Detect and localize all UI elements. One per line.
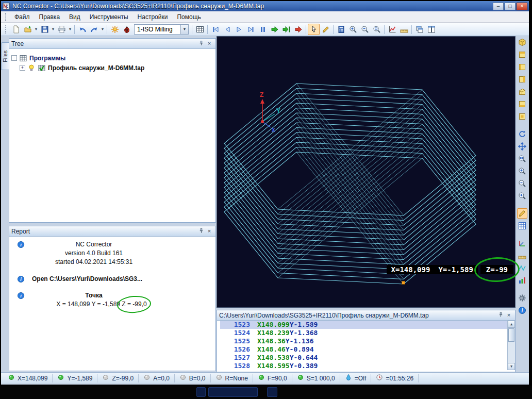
code-line[interactable]: 1525X148.36Y-1.136 — [220, 337, 515, 345]
gcode-y-word: Y-0.894 — [286, 345, 314, 354]
code-panel-path: C:\Users\Yuri\Downloads\SG3525+IR2110\Пр… — [219, 312, 429, 319]
svg-text:X: X — [272, 127, 275, 133]
code-panel: C:\Users\Yuri\Downloads\SG3525+IR2110\Пр… — [217, 310, 516, 372]
files-tab[interactable]: Files — [1, 42, 9, 70]
dropdown-caret-icon[interactable]: ▼ — [51, 24, 56, 35]
dropdown-caret-icon[interactable]: ▼ — [100, 24, 105, 35]
menu-help[interactable]: Помощь — [172, 12, 205, 22]
preset-dropdown[interactable]: 1-ISO Milling▼ — [134, 24, 189, 35]
settings-icon[interactable] — [517, 293, 527, 303]
maximize-button[interactable]: □ — [505, 3, 516, 10]
code-line[interactable]: 1528X148.595Y-0.389 — [220, 362, 515, 370]
bulb-icon — [27, 64, 36, 72]
view-top-icon[interactable] — [517, 49, 527, 60]
window-tile-icon[interactable] — [425, 24, 437, 35]
expand-toggle-icon[interactable]: + — [20, 65, 25, 71]
stop-icon[interactable] — [292, 24, 304, 35]
minimize-button[interactable]: – — [493, 3, 504, 10]
menu-edit[interactable]: Правка — [35, 12, 65, 22]
code-scrollbar[interactable]: ▲ ▼ — [507, 321, 515, 370]
info-icon[interactable]: i — [517, 305, 527, 315]
taskbar-item[interactable] — [267, 387, 277, 397]
chart-icon[interactable] — [386, 24, 398, 35]
open-file-icon[interactable] — [22, 24, 34, 35]
info-icon: i — [17, 241, 25, 248]
zoom-out-icon[interactable] — [359, 24, 371, 35]
taskbar-item[interactable] — [208, 387, 258, 397]
chevron-down-icon[interactable]: ▼ — [180, 25, 188, 34]
status-f: F=90,0 — [253, 374, 292, 383]
select-cursor-icon[interactable] — [308, 24, 320, 35]
code-line[interactable]: 1524X148.239Y-1.368 — [220, 329, 515, 337]
menu-settings[interactable]: Настройки — [133, 12, 173, 22]
viewport-3d[interactable]: ZYX X=148,099 Y=-1,589 Z=-99 — [217, 36, 516, 308]
grid-icon[interactable] — [517, 221, 527, 231]
menu-view[interactable]: Вид — [64, 12, 85, 22]
step-forward-icon[interactable] — [233, 24, 245, 35]
collapse-toggle-icon[interactable]: - — [11, 55, 17, 61]
view-side-icon[interactable] — [517, 74, 527, 85]
close-icon[interactable]: × — [205, 228, 213, 235]
pin-icon[interactable] — [496, 312, 505, 319]
pan-view-icon[interactable] — [517, 141, 527, 152]
report-point-title: Точка — [32, 291, 156, 300]
scroll-down-icon[interactable]: ▼ — [508, 363, 515, 370]
close-icon[interactable]: × — [505, 312, 513, 319]
save-file-icon[interactable] — [39, 24, 51, 35]
pin-icon[interactable] — [197, 40, 205, 47]
go-end-icon[interactable] — [245, 24, 257, 35]
tree-item-programs[interactable]: - Программы — [11, 53, 213, 63]
rotate-view-icon[interactable] — [517, 129, 527, 139]
pin-icon[interactable] — [197, 228, 205, 235]
window-cascade-icon[interactable] — [413, 24, 425, 35]
scroll-up-icon[interactable]: ▲ — [508, 321, 515, 328]
toolbar-separator — [207, 25, 208, 34]
readout-y: Y=-1,589 — [438, 265, 473, 274]
debug-icon[interactable] — [121, 24, 132, 35]
dropdown-caret-icon[interactable]: ▼ — [68, 24, 73, 35]
undo-icon[interactable] — [76, 24, 88, 35]
dropdown-caret-icon[interactable]: ▼ — [34, 24, 39, 35]
new-file-icon[interactable] — [10, 24, 22, 35]
menu-file[interactable]: Файл — [10, 12, 35, 22]
close-button[interactable]: × — [517, 3, 527, 10]
zoom-in-icon[interactable] — [347, 24, 359, 35]
code-line[interactable]: 1527X148.538Y-0.644 — [220, 354, 515, 362]
options-icon[interactable] — [109, 24, 121, 35]
pause-icon[interactable] — [257, 24, 269, 35]
backplot-icon[interactable] — [517, 263, 527, 273]
view-bottom-icon[interactable] — [517, 111, 527, 122]
run-icon[interactable] — [269, 24, 280, 35]
line-number: 1523 — [220, 321, 254, 329]
run-to-cursor-icon[interactable] — [280, 24, 292, 35]
print-icon[interactable] — [56, 24, 68, 35]
calculator-icon[interactable] — [335, 24, 347, 35]
go-start-icon[interactable] — [209, 24, 221, 35]
view-front-icon[interactable] — [517, 62, 527, 72]
view-3d-icon[interactable] — [517, 37, 527, 47]
zoom-window-icon[interactable] — [517, 154, 527, 164]
code-line[interactable]: 1526X148.46Y-0.894 — [220, 345, 515, 354]
close-icon[interactable]: × — [205, 40, 213, 47]
menu-tools[interactable]: Инструменты — [85, 12, 133, 22]
axes-icon[interactable] — [517, 238, 527, 248]
view-back-icon[interactable] — [517, 99, 527, 109]
redo-icon[interactable] — [88, 24, 100, 35]
stats-icon[interactable] — [517, 275, 527, 286]
table-icon[interactable] — [194, 24, 206, 35]
view-iso-icon[interactable] — [517, 87, 527, 97]
code-line[interactable]: 1523X148.099Y-1.589 — [220, 321, 515, 329]
line-number: 1524 — [220, 329, 254, 337]
edit-pencil-icon[interactable] — [320, 24, 331, 35]
zoom-fit-icon[interactable] — [517, 191, 527, 201]
step-back-icon[interactable] — [221, 24, 233, 35]
zoom-window-icon[interactable] — [371, 24, 383, 35]
measure-icon[interactable] — [398, 24, 410, 35]
tree-item-file[interactable]: + Профиль снаружи_M-D6MM.tap — [11, 63, 213, 73]
zoom-out-icon[interactable] — [517, 178, 527, 189]
simulate-icon[interactable] — [517, 208, 527, 219]
taskbar-item[interactable] — [196, 387, 206, 397]
scroll-thumb[interactable] — [508, 328, 514, 342]
zoom-in-icon[interactable] — [517, 166, 527, 176]
measure-icon[interactable] — [517, 251, 527, 261]
